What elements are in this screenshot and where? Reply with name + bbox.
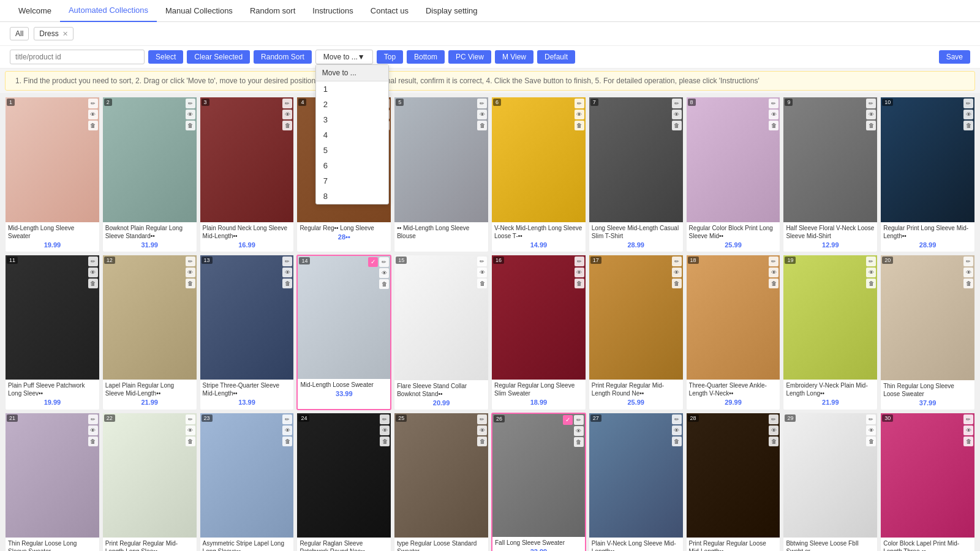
edit-icon-27[interactable]: ✏: [672, 414, 682, 424]
nav-item-automated[interactable]: Automated Collections: [60, 0, 157, 22]
trash-icon-24[interactable]: 🗑: [380, 437, 390, 446]
product-card-2[interactable]: 2 ✏ 👁 🗑 Bowknot Plain Regular Long Sleev…: [102, 97, 197, 252]
product-card-13[interactable]: 13 ✏ 👁 🗑 Stripe Three-Quarter Sleeve Mid…: [200, 255, 295, 410]
dropdown-item-3[interactable]: 3: [316, 112, 388, 127]
edit-icon-29[interactable]: ✏: [866, 414, 876, 424]
product-card-7[interactable]: 7 ✏ 👁 🗑 Long Sleeve Mid-Length Casual Sl…: [589, 97, 684, 252]
product-card-27[interactable]: 27 ✏ 👁 🗑 Plain V-Neck Long Sleeve Mid-Le…: [589, 413, 684, 552]
trash-icon-13[interactable]: 🗑: [282, 279, 292, 288]
trash-icon-17[interactable]: 🗑: [672, 279, 682, 288]
product-card-25[interactable]: 25 ✏ 👁 🗑 type Regular Loose Standard Swe…: [394, 413, 489, 552]
product-card-30[interactable]: 30 ✏ 👁 🗑 Color Block Lapel Print Mid-Len…: [880, 413, 975, 552]
trash-icon-29[interactable]: 🗑: [866, 437, 876, 446]
nav-item-contact[interactable]: Contact us: [362, 0, 417, 22]
edit-icon-3[interactable]: ✏: [282, 99, 292, 108]
trash-icon-28[interactable]: 🗑: [769, 437, 778, 446]
dropdown-item-7[interactable]: 7: [316, 173, 388, 189]
eye-icon-11[interactable]: 👁: [88, 268, 98, 277]
nav-item-display[interactable]: Display setting: [417, 0, 486, 22]
trash-icon-10[interactable]: 🗑: [963, 121, 973, 130]
trash-icon-8[interactable]: 🗑: [769, 121, 778, 130]
trash-icon-3[interactable]: 🗑: [282, 121, 292, 130]
nav-item-welcome[interactable]: Welcome: [10, 0, 60, 22]
edit-icon-28[interactable]: ✏: [769, 414, 778, 424]
nav-item-random[interactable]: Random sort: [241, 0, 304, 22]
edit-icon-30[interactable]: ✏: [963, 414, 973, 424]
eye-icon-3[interactable]: 👁: [282, 110, 292, 119]
edit-icon-15[interactable]: ✏: [477, 257, 487, 266]
eye-icon-6[interactable]: 👁: [575, 110, 584, 119]
product-card-15[interactable]: 15 ✏ 👁 🗑 Flare Sleeve Stand Collar Bowkn…: [394, 255, 489, 410]
eye-icon-2[interactable]: 👁: [186, 110, 195, 119]
trash-icon-5[interactable]: 🗑: [477, 121, 487, 130]
eye-icon-13[interactable]: 👁: [282, 268, 292, 277]
eye-icon-1[interactable]: 👁: [88, 110, 98, 119]
trash-icon-25[interactable]: 🗑: [477, 437, 487, 446]
top-button[interactable]: Top: [377, 50, 403, 64]
edit-icon-17[interactable]: ✏: [672, 257, 682, 266]
trash-icon-11[interactable]: 🗑: [88, 279, 98, 288]
edit-icon-9[interactable]: ✏: [866, 99, 876, 108]
product-card-17[interactable]: 17 ✏ 👁 🗑 Print Regular Regular Mid-Lengt…: [589, 255, 684, 410]
eye-icon-19[interactable]: 👁: [866, 268, 876, 277]
edit-icon-18[interactable]: ✏: [769, 257, 778, 266]
trash-icon-7[interactable]: 🗑: [672, 121, 682, 130]
trash-icon-30[interactable]: 🗑: [963, 437, 973, 446]
product-card-24[interactable]: 24 ✏ 👁 🗑 Regular Raglan Sleeve Patchwork…: [296, 413, 391, 552]
edit-icon-21[interactable]: ✏: [88, 414, 98, 424]
eye-icon-24[interactable]: 👁: [380, 425, 390, 435]
eye-icon-7[interactable]: 👁: [672, 110, 682, 119]
eye-icon-12[interactable]: 👁: [186, 268, 195, 277]
select-button[interactable]: Select: [148, 50, 183, 64]
edit-icon-1[interactable]: ✏: [88, 99, 98, 108]
filter-dress-close[interactable]: ✕: [62, 30, 68, 38]
edit-icon-26[interactable]: ✏: [574, 415, 584, 425]
edit-icon-11[interactable]: ✏: [88, 257, 98, 266]
move-to-dropdown[interactable]: Move to ... ▼ Move to ... 1 2 3 4 5 6 7 …: [315, 50, 373, 64]
dropdown-item-2[interactable]: 2: [316, 97, 388, 112]
product-card-6[interactable]: 6 ✏ 👁 🗑 V-Neck Mid-Length Long Sleeve Lo…: [491, 97, 586, 252]
trash-icon-1[interactable]: 🗑: [88, 121, 98, 130]
trash-icon-18[interactable]: 🗑: [769, 279, 778, 288]
edit-icon-22[interactable]: ✏: [186, 414, 195, 424]
bottom-button[interactable]: Bottom: [407, 50, 445, 64]
edit-icon-8[interactable]: ✏: [769, 99, 778, 108]
eye-icon-9[interactable]: 👁: [866, 110, 876, 119]
edit-icon-20[interactable]: ✏: [963, 257, 973, 266]
product-card-18[interactable]: 18 ✏ 👁 🗑 Three-Quarter Sleeve Ankle-Leng…: [686, 255, 781, 410]
product-card-10[interactable]: 10 ✏ 👁 🗑 Regular Print Long Sleeve Mid-L…: [880, 97, 975, 252]
eye-icon-14[interactable]: 👁: [379, 268, 389, 278]
product-card-3[interactable]: 3 ✏ 👁 🗑 Plain Round Neck Long Sleeve Mid…: [200, 97, 295, 252]
eye-icon-5[interactable]: 👁: [477, 110, 487, 119]
trash-icon-15[interactable]: 🗑: [477, 279, 487, 288]
trash-icon-27[interactable]: 🗑: [672, 437, 682, 446]
dropdown-scroll[interactable]: 1 2 3 4 5 6 7 8: [316, 81, 388, 204]
product-card-22[interactable]: 22 ✏ 👁 🗑 Print Regular Regular Mid-Lengt…: [102, 413, 197, 552]
product-card-8[interactable]: 8 ✏ 👁 🗑 Regular Color Block Print Long S…: [686, 97, 781, 252]
edit-icon-13[interactable]: ✏: [282, 257, 292, 266]
dropdown-item-1[interactable]: 1: [316, 81, 388, 97]
dropdown-item-6[interactable]: 6: [316, 158, 388, 173]
edit-icon-16[interactable]: ✏: [575, 257, 584, 266]
edit-icon-25[interactable]: ✏: [477, 414, 487, 424]
trash-icon-12[interactable]: 🗑: [186, 279, 195, 288]
trash-icon-20[interactable]: 🗑: [963, 279, 973, 288]
eye-icon-10[interactable]: 👁: [963, 110, 973, 119]
trash-icon-23[interactable]: 🗑: [282, 437, 292, 446]
edit-icon-14[interactable]: ✏: [379, 257, 389, 267]
product-card-29[interactable]: 29 ✏ 👁 🗑 Bbtwing Sleeve Loose FbIl Swebt…: [783, 413, 878, 552]
eye-icon-30[interactable]: 👁: [963, 425, 973, 435]
eye-icon-18[interactable]: 👁: [769, 268, 778, 277]
product-card-26[interactable]: 26 ✏ 👁 🗑 ✓ Fall Long Sleeve Sweater 22.9…: [491, 413, 586, 552]
search-input[interactable]: [10, 50, 145, 64]
eye-icon-27[interactable]: 👁: [672, 425, 682, 435]
eye-icon-29[interactable]: 👁: [866, 425, 876, 435]
trash-icon-16[interactable]: 🗑: [575, 279, 584, 288]
nav-item-manual[interactable]: Manual Collections: [157, 0, 241, 22]
product-card-12[interactable]: 12 ✏ 👁 🗑 Lapel Plain Regular Long Sleeve…: [102, 255, 197, 410]
eye-icon-28[interactable]: 👁: [769, 425, 778, 435]
clear-selected-button[interactable]: Clear Selected: [187, 50, 250, 64]
filter-dress[interactable]: Dress ✕: [34, 27, 73, 40]
random-sort-button[interactable]: Random Sort: [254, 50, 312, 64]
trash-icon-22[interactable]: 🗑: [186, 437, 195, 446]
